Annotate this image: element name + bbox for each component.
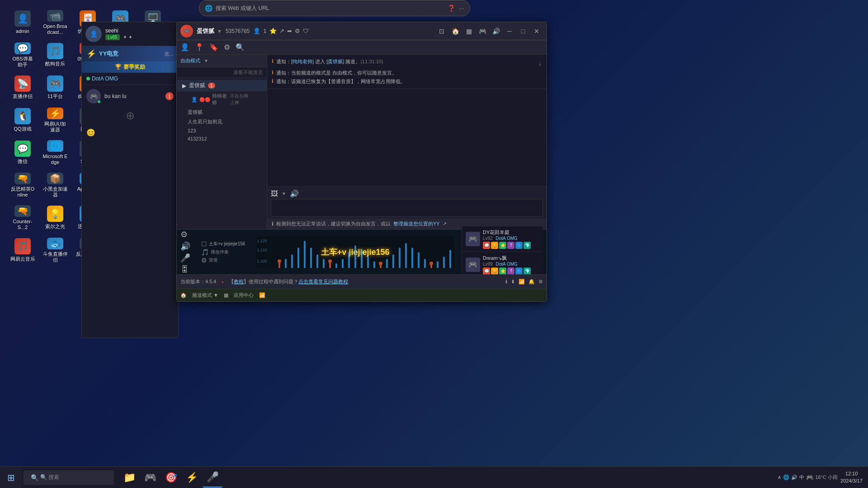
player-card-2[interactable]: 🎮 Dream↘飘 Lv99 DotA OMG 💬 🏆 ⭐ 🎖 🔷 [462, 252, 543, 278]
desktop-icon-酷狗音乐[interactable]: 🎵 酷狗音乐 [41, 41, 70, 70]
taskbar-yy-app[interactable]: 🎤 [203, 468, 222, 488]
location-icon[interactable]: 📍 [195, 43, 204, 52]
systray-steam-icon[interactable]: 🎮 [806, 474, 813, 481]
desktop-icon-obs[interactable]: 📹 Open Broadcast... [41, 8, 70, 37]
stream-mode-selector[interactable]: 频道模式 ▼ [192, 292, 218, 299]
home-button[interactable]: 🏠 [449, 26, 462, 37]
screen-button[interactable]: ⊡ [435, 26, 448, 37]
desktop-icon-斗鱼直播伴侣[interactable]: 🐟 斗鱼直播伴侣 [41, 236, 70, 265]
taskbar-file-explorer[interactable]: 📁 [119, 468, 139, 488]
stream-signal-icon[interactable]: 📶 [259, 292, 265, 298]
yy-channel-dropdown[interactable]: ▼ [217, 28, 222, 34]
stream-home-icon[interactable]: 🏠 [180, 292, 187, 298]
emoji-picker-dropdown[interactable]: ▼ [282, 191, 286, 196]
desktop-icon-直播伴侣[interactable]: 📡 直播伴侣 [8, 73, 37, 102]
profile-icon[interactable]: 👤 [180, 43, 189, 52]
statusbar-settings-icon[interactable]: ⚙ [538, 279, 543, 285]
taskbar-app-2[interactable]: 🎮 [140, 468, 160, 488]
version-text: 当前版本：4.5.4 [180, 278, 216, 285]
friend-unread-badge: 1 [165, 92, 174, 100]
systray-icons: ∧ 🌐 🔊 中 🎮 16°C 小雨 [778, 474, 838, 481]
emoji-button[interactable]: 😊 [82, 126, 178, 140]
desktop-icon-网易云音乐[interactable]: 🎵 网易云音乐 [8, 236, 37, 265]
notice-info-icon: ℹ [272, 221, 274, 227]
subchannel-2[interactable]: 人生若只如初见 [177, 117, 267, 127]
statusbar-signal-icon[interactable]: 📶 [519, 279, 525, 285]
close-button[interactable]: ✕ [530, 26, 543, 37]
player-card-1[interactable]: 🎮 DY花田丰庭 Lv92 DotA OMG 💬 🏆 ⭐ 🎖 🔷 [462, 226, 543, 252]
emoji-picker-icon[interactable]: 🖼 [271, 190, 278, 198]
notice-faq-link[interactable]: 点击查看常见问题教程 [298, 279, 348, 284]
taskbar-start-button[interactable]: ⊞ [0, 467, 22, 488]
taskbar-app-3[interactable]: 🎯 [161, 468, 181, 488]
main-channel-item[interactable]: ▶ 蛋饼腻 1 [177, 80, 267, 91]
taskbar-app-4[interactable]: ⚡ [182, 468, 202, 488]
notice-tutorial-link[interactable]: 教程 [234, 279, 244, 284]
waveform-dot-0 [278, 259, 281, 263]
star-icon[interactable]: ⭐ [269, 28, 277, 34]
playback-controls: ☐ 土车+v jiejiejie156 [201, 240, 245, 248]
browser-question-icon[interactable]: ❓ [448, 5, 455, 12]
shield-icon[interactable]: 🛡 [303, 28, 309, 34]
settings-icon[interactable]: ⚙ [295, 28, 300, 34]
desktop-icon-QQ游戏[interactable]: 🐧 QQ游戏 [8, 106, 37, 135]
desktop-icon-微信[interactable]: 💬 微信 [8, 138, 37, 167]
notice-link[interactable]: 整理频道您位置的YY [393, 221, 440, 227]
stream-app-center[interactable]: 应用中心 [234, 292, 254, 299]
scale-1100: 1,100 [256, 259, 267, 263]
browser-more-icon[interactable]: ··· [459, 5, 464, 12]
share-icon[interactable]: ↗ [279, 28, 284, 34]
layout-button[interactable]: ▦ [462, 26, 475, 37]
desktop-icon-counter2[interactable]: 🔫 Counter-S...2 [8, 203, 37, 232]
stream-layout-icon[interactable]: ▦ [224, 292, 228, 298]
audio-settings-icon[interactable]: ⚙ [180, 230, 190, 239]
mic-icon[interactable]: 🎤 [180, 253, 190, 263]
add-channel-button[interactable]: ⊕ [82, 106, 178, 126]
desktop-icon-admin[interactable]: 👤 admin [8, 8, 37, 37]
voice-input-icon[interactable]: 🔊 [290, 189, 299, 198]
checkbox-icon[interactable]: ☐ [201, 240, 207, 248]
browser-url-text[interactable]: 搜索 Web 或键入 URL [216, 5, 448, 12]
bookmark-icon[interactable]: 🔖 [209, 43, 218, 52]
minimize-button[interactable]: ─ [503, 26, 516, 37]
search2-icon[interactable]: 🔍 [236, 43, 245, 52]
mode-label[interactable]: 自由模式 [180, 57, 200, 64]
systray-network-icon[interactable]: 🌐 [783, 474, 789, 480]
browser-address-bar[interactable]: 🌐 搜索 Web 或键入 URL ❓ ··· [199, 0, 470, 16]
desktop-icon-黑盒加速器[interactable]: 📦 小黑盒加速器 [41, 171, 70, 200]
subchannel-4[interactable]: 4132312 [177, 135, 267, 143]
equalizer-icon[interactable]: 🎛 [180, 265, 190, 274]
game-button[interactable]: 🎮 [476, 26, 489, 37]
scroll-down-icon[interactable]: ↓ [538, 58, 542, 68]
sidebar-user-profile[interactable]: 👤 seehi Lv65 ✦ ✦ [82, 22, 178, 46]
statusbar-info-icon[interactable]: ℹ [505, 279, 507, 285]
taskbar-search-bar[interactable]: 🔍 🔍 搜索 [24, 470, 114, 485]
statusbar-bell-icon[interactable]: 🔔 [528, 279, 535, 285]
settings2-icon[interactable]: ⚙ [224, 43, 230, 52]
desktop-icon-Microsoft Edge[interactable]: 🌐 Microsoft Edge [41, 138, 70, 167]
dota-title[interactable]: DotA OMG [86, 75, 174, 82]
audio-button[interactable]: 🔊 [490, 26, 502, 37]
systray-expand-icon[interactable]: ∧ [778, 474, 781, 480]
desktop-icon-反恐精英Online[interactable]: 🔫 反恐精英Online [8, 171, 37, 200]
systray-volume-icon[interactable]: 🔊 [791, 474, 797, 480]
statusbar-download-icon[interactable]: ⬇ [511, 279, 515, 285]
forward-icon[interactable]: ➦ [287, 28, 292, 34]
volume-icon[interactable]: 🔊 [180, 241, 190, 251]
desktop-icon-索尔之光[interactable]: 💡 索尔之光 [41, 203, 70, 232]
mode-dropdown-icon[interactable]: ▼ [204, 58, 208, 63]
subchannel-1[interactable]: 蛋饼腻 [177, 108, 267, 117]
maximize-button[interactable]: □ [517, 26, 529, 37]
desktop-icon-obs2[interactable]: 💬 OBS弹幕助手 [8, 41, 37, 70]
badge-1-6: 💎 [524, 242, 531, 249]
channel-user-item[interactable]: 👤 🔴🔴 帅帅老师 不在在网上摊 [177, 91, 267, 108]
friend-item[interactable]: 🎮 bu kan lu 1 [82, 87, 178, 106]
taskbar-clock[interactable]: 12:10 2024/3/17 [840, 470, 863, 484]
yy-statusbar: 当前版本：4.5.4 • 【教程】使用过程中遇到问题？点击查看常见问题教程 ℹ … [177, 274, 547, 289]
desktop-icon-网易UU加速器[interactable]: ⚡ 网易UU加速器 [41, 106, 70, 135]
systray-lang-icon[interactable]: 中 [799, 474, 804, 481]
push-label: 土车+v jiejiejie156 [209, 241, 245, 247]
desktop-icon-11平台[interactable]: 🎮 11平台 [41, 73, 70, 102]
chat-input-box[interactable] [271, 199, 543, 217]
subchannel-3[interactable]: 123 [177, 127, 267, 135]
